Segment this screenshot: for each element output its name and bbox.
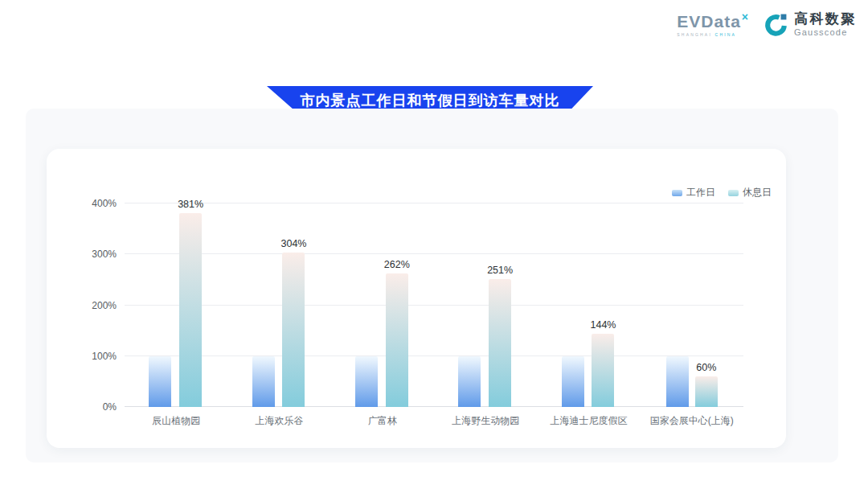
gausscode-ring-icon: [764, 12, 788, 37]
page-title: 市内景点工作日和节假日到访车量对比: [301, 91, 560, 110]
bar-workday: [562, 356, 584, 407]
bar-workday: [252, 356, 275, 407]
data-label: 144%: [591, 319, 616, 331]
evdata-x-icon: ×: [742, 10, 748, 23]
bar-group: 144%: [537, 203, 640, 407]
x-axis-category-label: 广富林: [331, 414, 434, 428]
bar-group: 60%: [641, 203, 743, 407]
gausscode-name-en: Gausscode: [794, 27, 857, 38]
bar-restday: [386, 273, 408, 407]
content-panel: 工作日 休息日 0%100%200%300%400%381%辰山植物园304%上…: [26, 109, 838, 462]
chart-card: 工作日 休息日 0%100%200%300%400%381%辰山植物园304%上…: [47, 149, 786, 448]
data-label: 60%: [696, 362, 716, 373]
legend-label-restday: 休息日: [743, 186, 772, 199]
x-axis-category-label: 上海欢乐谷: [227, 414, 330, 428]
y-axis-tick-label: 400%: [68, 198, 117, 209]
bar-restday: [489, 279, 511, 407]
y-axis-tick-label: 0%: [68, 401, 117, 413]
legend-item-workday[interactable]: 工作日: [672, 186, 715, 199]
bar-workday: [458, 356, 481, 407]
evdata-subtitle: SHANGHAI CHINA: [677, 32, 736, 37]
data-label: 262%: [384, 259, 410, 270]
bar-group: 304%: [227, 203, 330, 407]
chart-legend: 工作日 休息日: [672, 186, 772, 199]
legend-swatch-workday: [672, 190, 682, 196]
x-axis-category-label: 上海野生动物园: [434, 414, 537, 428]
bar-restday: [282, 253, 305, 407]
bar-group: 262%: [331, 203, 434, 407]
gausscode-name-cn: 高科数聚: [794, 12, 857, 27]
data-label: 381%: [178, 199, 203, 210]
gausscode-logo: 高科数聚 Gausscode: [764, 12, 857, 38]
x-axis-category-label: 国家会展中心(上海): [641, 414, 743, 428]
x-axis-category-label: 上海迪士尼度假区: [537, 414, 640, 428]
legend-label-workday: 工作日: [686, 186, 715, 199]
bar-workday: [355, 356, 378, 407]
y-axis-tick-label: 300%: [68, 249, 117, 260]
evdata-subtitle-china: CHINA: [715, 32, 737, 37]
data-label: 251%: [487, 265, 513, 276]
bar-chart-plot-area: 0%100%200%300%400%381%辰山植物园304%上海欢乐谷262%…: [125, 203, 743, 407]
y-axis-tick-label: 200%: [68, 300, 117, 311]
bar-restday: [592, 334, 614, 407]
bar-group: 251%: [434, 203, 537, 407]
x-axis-category-label: 辰山植物园: [125, 414, 227, 428]
bar-workday: [666, 356, 689, 407]
evdata-logo: EVData× SHANGHAI CHINA: [677, 13, 747, 37]
data-label: 304%: [281, 238, 307, 249]
bar-restday: [695, 376, 718, 407]
evdata-wordmark: EVData×: [677, 13, 747, 30]
header-logos: EVData× SHANGHAI CHINA 高科数聚 Gausscode: [677, 12, 857, 38]
y-axis-tick-label: 100%: [68, 351, 117, 362]
legend-swatch-restday: [728, 190, 739, 196]
bar-restday: [179, 213, 202, 407]
evdata-brand-text: EVData: [677, 12, 741, 31]
bar-group: 381%: [125, 203, 227, 407]
legend-item-restday[interactable]: 休息日: [728, 186, 772, 199]
evdata-subtitle-shanghai: SHANGHAI: [677, 32, 712, 37]
bar-workday: [149, 356, 171, 407]
